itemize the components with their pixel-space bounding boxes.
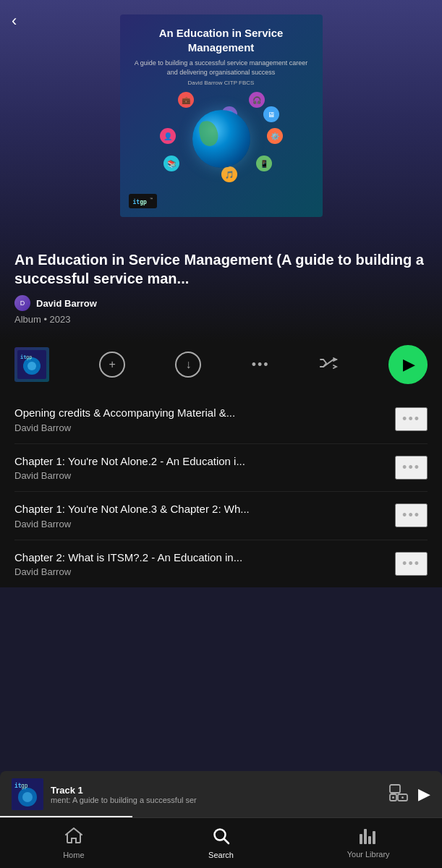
shuffle-button[interactable]: [320, 356, 339, 374]
track-artist-1: David Barrow: [14, 422, 395, 433]
shuffle-icon: [320, 357, 339, 373]
album-cover: An Education in Service Management A gui…: [120, 14, 323, 217]
svg-text:gp: gp: [21, 783, 28, 789]
svg-rect-17: [360, 834, 362, 844]
ellipsis-icon: •••: [252, 357, 270, 372]
now-playing-play-button[interactable]: ▶: [418, 785, 430, 804]
album-title: An Education in Service Management (A gu…: [14, 250, 428, 288]
svg-point-7: [22, 792, 33, 802]
artist-row[interactable]: D David Barrow: [14, 295, 428, 311]
topic-node-6: 🎵: [221, 166, 237, 182]
library-label: Your Library: [347, 850, 390, 859]
download-button[interactable]: ↓: [175, 352, 201, 378]
nav-search[interactable]: Search: [148, 818, 295, 868]
track-item[interactable]: Chapter 1: You're Not Alone.3 & Chapter …: [14, 492, 428, 540]
artist-name: David Barrow: [36, 298, 97, 309]
now-playing-controls: ▶: [389, 784, 430, 805]
svg-point-2: [27, 362, 36, 370]
artist-avatar-inner: D: [14, 295, 30, 311]
svg-rect-20: [373, 831, 375, 844]
back-button[interactable]: ‹: [12, 12, 17, 30]
add-to-library-button[interactable]: +: [99, 352, 125, 378]
home-label: Home: [63, 851, 84, 859]
topic-node-5: 📱: [256, 156, 272, 171]
now-playing-bar[interactable]: it gp Track 1 ment: A guide to building …: [0, 771, 442, 817]
album-cover-container: An Education in Service Management A gui…: [0, 0, 442, 224]
bottom-navigation: Home Search Your Library: [0, 817, 442, 868]
track-more-button-2[interactable]: •••: [395, 456, 428, 480]
track-info-1: Opening credits & Accompanying Material …: [14, 406, 395, 433]
globe-icon: [192, 110, 250, 168]
album-info: An Education in Service Management (A gu…: [0, 239, 442, 342]
track-item[interactable]: Chapter 1: You're Not Alone.2 - An Educa…: [14, 444, 428, 493]
track-title-4: Chapter 2: What is ITSM?.2 - An Educatio…: [14, 550, 395, 565]
download-icon: ↓: [185, 358, 191, 371]
track-title-1: Opening credits & Accompanying Material …: [14, 406, 395, 420]
play-icon: ▶: [403, 355, 415, 374]
now-playing-subtitle: ment: A guide to building a successful s…: [51, 796, 197, 804]
topic-node-8: 👤: [160, 128, 176, 144]
album-cover-author: David Barrow CITP FBCS: [188, 80, 255, 86]
topic-node-3: 🖥: [263, 106, 279, 122]
home-icon: [65, 827, 82, 848]
hero-section: An Education in Service Management A gui…: [0, 0, 442, 239]
svg-point-14: [401, 796, 404, 799]
svg-line-16: [224, 838, 229, 843]
track-artist-2: David Barrow: [14, 470, 395, 481]
artist-avatar: D: [14, 295, 30, 311]
search-label: Search: [208, 851, 234, 859]
album-meta: Album • 2023: [14, 314, 428, 325]
topic-node-2: 🎧: [249, 92, 265, 108]
publisher-logo: itgp ™: [129, 194, 158, 208]
now-playing-left: it gp Track 1 ment: A guide to building …: [12, 778, 389, 810]
svg-text:gp: gp: [26, 354, 32, 360]
connect-to-device-icon[interactable]: [389, 784, 408, 805]
track-artist-4: David Barrow: [14, 566, 395, 577]
svg-rect-10: [390, 785, 400, 793]
globe-visualization: 💼 🎧 🖥 ⚙️ 📱 🎵 📚 👤 🌐: [163, 92, 279, 186]
track-more-button-3[interactable]: •••: [395, 503, 428, 527]
topic-node-7: 📚: [163, 156, 179, 171]
svg-point-13: [392, 796, 394, 799]
track-info-2: Chapter 1: You're Not Alone.2 - An Educa…: [14, 454, 395, 482]
svg-rect-19: [368, 836, 371, 844]
track-title-2: Chapter 1: You're Not Alone.2 - An Educa…: [14, 454, 395, 469]
add-icon: +: [109, 358, 116, 371]
search-icon: [213, 827, 230, 848]
controls-row: it gp + ↓ ••• ▶: [0, 342, 442, 396]
track-more-button-1[interactable]: •••: [395, 407, 428, 431]
now-playing-title: Track 1: [51, 785, 197, 796]
track-more-button-4[interactable]: •••: [395, 552, 428, 576]
nav-library[interactable]: Your Library: [294, 818, 442, 868]
topic-node-4: ⚙️: [267, 128, 283, 144]
track-list: Opening credits & Accompanying Material …: [0, 396, 442, 587]
topic-node-1: 💼: [178, 92, 194, 108]
nav-home[interactable]: Home: [0, 818, 148, 868]
track-title-3: Chapter 1: You're Not Alone.3 & Chapter …: [14, 502, 395, 516]
play-icon-small: ▶: [418, 785, 430, 803]
album-cover-title: An Education in Service Management: [132, 26, 311, 54]
library-icon: [359, 828, 378, 847]
track-artist-3: David Barrow: [14, 519, 395, 529]
album-cover-subtitle: A guide to building a successful service…: [132, 59, 311, 77]
album-thumbnail-small: it gp: [14, 347, 49, 382]
now-playing-thumbnail: it gp: [12, 778, 43, 810]
now-playing-info: Track 1 ment: A guide to building a succ…: [51, 785, 197, 804]
track-item[interactable]: Chapter 2: What is ITSM?.2 - An Educatio…: [14, 540, 428, 588]
more-options-button[interactable]: •••: [252, 357, 270, 373]
track-info-4: Chapter 2: What is ITSM?.2 - An Educatio…: [14, 550, 395, 578]
svg-rect-18: [364, 829, 367, 844]
track-info-3: Chapter 1: You're Not Alone.3 & Chapter …: [14, 502, 395, 529]
track-item[interactable]: Opening credits & Accompanying Material …: [14, 396, 428, 444]
play-button[interactable]: ▶: [388, 345, 428, 384]
